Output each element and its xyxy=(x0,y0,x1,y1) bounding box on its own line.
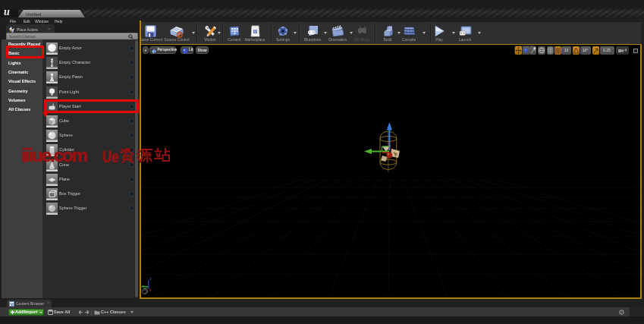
svg-text:U: U xyxy=(253,30,256,33)
svg-text:z: z xyxy=(149,277,152,281)
svg-text:x: x xyxy=(149,288,152,292)
